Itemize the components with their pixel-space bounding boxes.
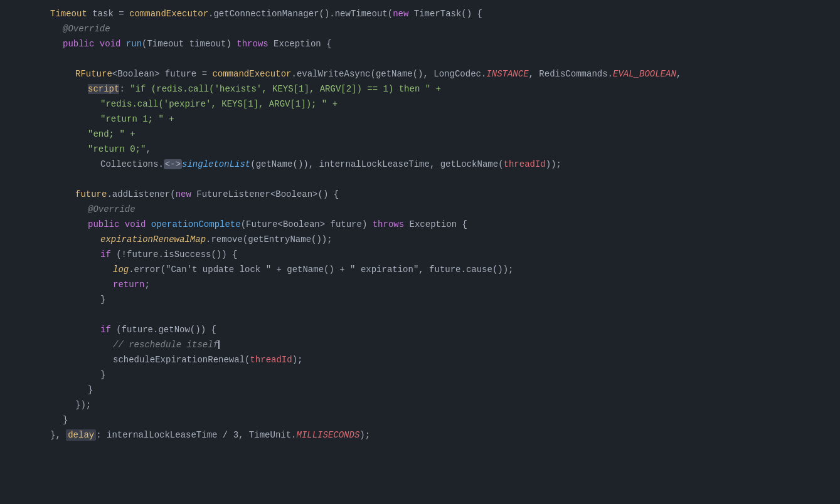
- code-token: log: [113, 265, 129, 275]
- code-token: ));: [546, 159, 561, 169]
- code-token: public: [63, 39, 94, 49]
- code-token: MILLISECONDS: [297, 430, 360, 440]
- code-token: run: [126, 39, 142, 49]
- code-line: Collections.<->singletonList(getName()),…: [0, 157, 840, 172]
- code-token: "return 1; " +: [100, 114, 174, 124]
- code-line: public void operationComplete(Future<Boo…: [0, 217, 840, 232]
- code-token: .evalWriteAsync(getName(), LongCodec.: [291, 69, 486, 79]
- code-token: commandExecutor: [129, 9, 208, 19]
- code-token: }: [100, 295, 105, 305]
- code-line: "end; " +: [0, 127, 840, 142]
- code-token: operationComplete: [151, 219, 241, 229]
- code-line: RFuture<Boolean> future = commandExecuto…: [0, 66, 840, 81]
- code-token: future: [75, 189, 107, 199]
- code-line: if (future.getNow()) {: [0, 322, 840, 337]
- code-token: void: [125, 219, 146, 229]
- code-token: : internalLockLeaseTime / 3, TimeUnit.: [96, 430, 296, 440]
- code-token: Collections.: [100, 159, 164, 169]
- code-token: );: [359, 430, 370, 440]
- code-line: "redis.call('pexpire', KEYS[1], ARGV[1])…: [0, 97, 840, 112]
- code-token: Exception {: [268, 39, 332, 49]
- code-token: "end; " +: [88, 129, 136, 139]
- code-token: return: [113, 280, 144, 290]
- code-token: throws: [237, 39, 268, 49]
- code-token: task =: [87, 9, 129, 19]
- code-token: delay: [66, 429, 96, 441]
- code-line: });: [0, 397, 840, 412]
- code-token: // reschedule itself: [113, 340, 218, 350]
- code-token: }: [63, 415, 68, 425]
- code-token: throws: [373, 219, 404, 229]
- code-token: @Override: [88, 204, 136, 214]
- code-line: "return 0;",: [0, 142, 840, 157]
- code-token: [146, 219, 151, 229]
- code-line: expirationRenewalMap.remove(getEntryName…: [0, 232, 840, 247]
- code-token: .error("Can't update lock " + getName() …: [129, 265, 513, 275]
- code-token: },: [50, 430, 66, 440]
- code-line: }, delay: internalLockLeaseTime / 3, Tim…: [0, 428, 840, 443]
- code-token: [120, 39, 125, 49]
- code-token: if: [100, 249, 111, 260]
- code-token: expirationRenewalMap: [100, 234, 206, 244]
- code-token: INSTANCE: [486, 69, 528, 79]
- code-token: new: [393, 9, 408, 19]
- code-line: [0, 307, 840, 322]
- code-token: ;: [144, 280, 149, 290]
- code-line: // reschedule itself: [0, 337, 840, 352]
- code-line: @Override: [0, 202, 840, 217]
- code-line: @Override: [0, 21, 840, 36]
- code-line: [0, 51, 840, 66]
- code-token: RFuture: [75, 69, 112, 79]
- code-token: (Future<Boolean> future): [241, 219, 373, 229]
- code-token: <->: [164, 159, 182, 169]
- code-line: script: "if (redis.call('hexists', KEYS[…: [0, 81, 840, 97]
- code-line: future.addListener(new FutureListener<Bo…: [0, 187, 840, 202]
- code-token: ,: [676, 69, 681, 79]
- code-token: (future.getNow()) {: [111, 325, 216, 335]
- code-token: [94, 39, 99, 49]
- code-line: }: [0, 292, 840, 307]
- code-token: }: [100, 370, 105, 380]
- code-token: Exception {: [404, 219, 467, 229]
- code-line: "return 1; " +: [0, 112, 840, 127]
- code-token: "return 0;": [88, 144, 146, 154]
- code-line: return;: [0, 277, 840, 292]
- code-editor: Timeout task = commandExecutor.getConnec…: [0, 0, 840, 504]
- code-token: [119, 219, 124, 229]
- code-token: TimerTask() {: [408, 9, 482, 19]
- text-cursor: [218, 340, 220, 349]
- code-token: commandExecutor: [212, 69, 291, 79]
- code-token: .getConnectionManager().newTimeout(: [208, 9, 393, 19]
- code-content: Timeout task = commandExecutor.getConnec…: [0, 6, 840, 443]
- code-token: new: [176, 189, 191, 199]
- code-line: [0, 172, 840, 187]
- code-token: public: [88, 219, 119, 229]
- code-token: Timeout: [50, 9, 87, 19]
- code-token: );: [292, 355, 303, 365]
- code-token: singletonList: [182, 159, 250, 169]
- code-token: void: [100, 39, 121, 49]
- code-line: log.error("Can't update lock " + getName…: [0, 262, 840, 277]
- code-token: "redis.call('pexpire', KEYS[1], ARGV[1])…: [100, 99, 338, 109]
- code-token: EVAL_BOOLEAN: [613, 69, 676, 79]
- code-token: scheduleExpirationRenewal(: [113, 355, 250, 365]
- code-token: script: [88, 84, 119, 94]
- code-token: <Boolean> future =: [112, 69, 213, 79]
- code-token: (!future.isSuccess()) {: [111, 249, 238, 260]
- code-token: });: [75, 400, 91, 410]
- code-line: public void run(Timeout timeout) throws …: [0, 36, 840, 51]
- code-line: }: [0, 367, 840, 382]
- code-token: .addListener(: [107, 189, 175, 199]
- code-token: , RedisCommands.: [529, 69, 613, 79]
- code-token: threadId: [504, 159, 546, 169]
- code-token: threadId: [250, 355, 292, 365]
- code-line: }: [0, 412, 840, 428]
- code-token: ,: [146, 144, 151, 154]
- code-token: "if (redis.call('hexists', KEYS[1], ARGV…: [130, 84, 441, 94]
- code-token: if: [100, 325, 111, 335]
- code-token: }: [88, 385, 93, 395]
- code-token: @Override: [63, 24, 110, 34]
- code-token: .remove(getEntryName());: [206, 234, 332, 244]
- code-token: :: [119, 84, 130, 94]
- code-token: FutureListener<Boolean>() {: [191, 189, 339, 199]
